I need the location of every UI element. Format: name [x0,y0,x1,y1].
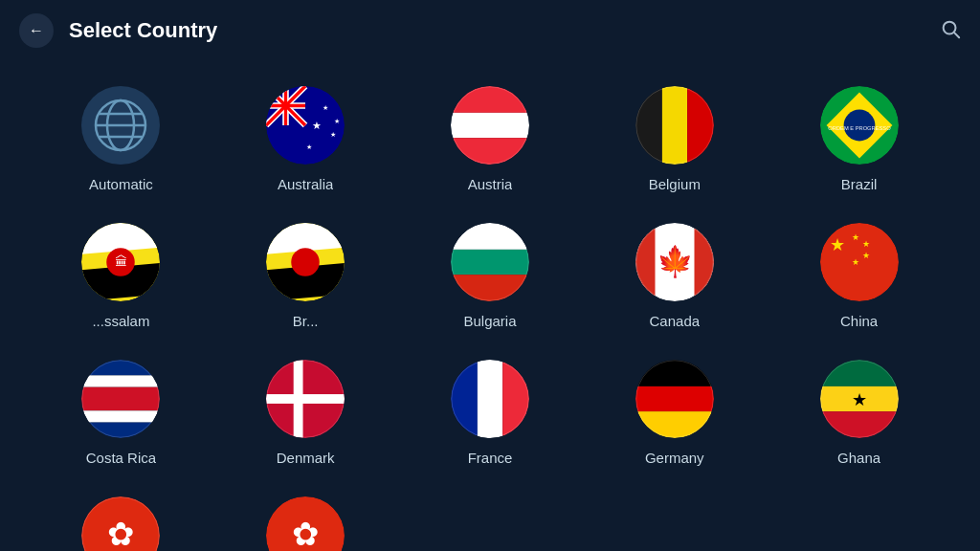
svg-text:🍁: 🍁 [656,244,693,279]
svg-text:★: ★ [312,120,322,131]
country-item-hongkong2[interactable]: ✿ Hon... [213,481,398,551]
svg-rect-24 [451,113,529,138]
country-item-brazil[interactable]: ORDEM E PROGRESSO Brazil [767,71,951,208]
country-item-austria[interactable]: Austria [398,71,583,208]
country-name-australia: Australia [278,176,333,192]
svg-text:★: ★ [861,239,869,249]
svg-rect-70 [81,410,160,422]
flag-belgium [635,86,714,165]
flag-brazil: ORDEM E PROGRESSO [820,86,899,165]
svg-text:ORDEM E PROGRESSO: ORDEM E PROGRESSO [828,125,891,131]
country-name-ghana: Ghana [837,450,880,466]
country-name-brazil: Brazil [841,176,878,192]
flag-germany [635,360,714,438]
country-name-denmark: Denmark [277,450,335,466]
flag-hongkong2: ✿ [266,496,345,551]
flag-denmark [266,360,345,438]
country-item-costarica[interactable]: Costa Rica [29,344,213,481]
country-name-france: France [468,450,513,466]
search-icon[interactable] [940,18,961,44]
svg-point-47 [291,248,320,276]
globe-icon [81,86,160,165]
country-item-brunei[interactable]: 🏛 ...ssalam [29,208,213,344]
country-item-belgium[interactable]: Belgium [582,71,767,208]
flag-bulgaria [451,223,529,301]
svg-text:★: ★ [861,251,869,260]
country-name-canada: Canada [650,313,701,329]
flag-canada: 🍁 [635,223,714,301]
svg-text:★: ★ [851,257,858,267]
svg-rect-81 [502,360,529,438]
country-item-ghana[interactable]: ★ Ghana [767,344,951,481]
svg-rect-55 [635,223,656,301]
flag-australia: ★ ★ ★ ★ ★ [266,86,345,165]
svg-rect-91 [820,411,899,438]
country-item-france[interactable]: France [398,344,583,481]
flag-brunei: 🏛 [81,223,160,301]
flag-austria [451,86,529,165]
header: ← Select Country [0,0,980,61]
country-name-china: China [840,313,878,329]
flag-hongkong: ✿ [81,496,160,551]
svg-rect-28 [635,86,662,165]
country-name-automatic: Automatic [89,176,153,192]
svg-rect-49 [451,223,529,250]
country-grid: Automatic ★ ★ ★ ★ ★ [0,61,980,551]
country-item-canada[interactable]: 🍁 Canada [582,208,767,344]
svg-rect-29 [662,86,687,165]
svg-text:★: ★ [330,131,336,138]
svg-rect-69 [81,387,160,411]
svg-rect-25 [451,138,529,165]
country-name-bulgaria: Bulgaria [463,313,516,329]
country-item-hongkong[interactable]: ✿ ...SAR) [29,481,213,551]
svg-text:★: ★ [334,118,340,124]
svg-rect-80 [478,360,502,438]
country-item-bulgaria[interactable]: Bulgaria [398,208,583,344]
svg-text:★: ★ [306,143,312,150]
flag-costarica [81,360,160,438]
country-item-china[interactable]: ★ ★ ★ ★ ★ China [767,208,951,344]
svg-line-1 [954,33,959,37]
svg-rect-79 [451,360,478,438]
country-name-brunei-ssalam: ...ssalam [92,313,149,329]
svg-rect-30 [687,86,714,165]
country-item-automatic[interactable]: Automatic [29,71,213,208]
svg-text:★: ★ [851,232,858,242]
country-name-costarica: Costa Rica [86,450,156,466]
svg-text:✿: ✿ [107,516,134,551]
back-button[interactable]: ← [19,13,54,48]
svg-text:★: ★ [830,235,845,254]
svg-rect-85 [635,386,714,411]
flag-france [451,360,529,438]
svg-rect-71 [81,423,160,438]
country-item-germany[interactable]: Germany [582,344,767,481]
svg-text:🏛: 🏛 [115,254,127,269]
country-name-belgium: Belgium [649,176,701,192]
flag-china: ★ ★ ★ ★ ★ [820,223,899,301]
svg-text:★: ★ [852,390,867,409]
svg-rect-56 [694,223,714,301]
svg-rect-50 [451,250,529,275]
country-name-germany: Germany [645,450,704,466]
country-name-austria: Austria [468,176,513,192]
svg-text:★: ★ [323,104,328,111]
svg-rect-76 [266,394,345,404]
svg-rect-86 [635,411,714,438]
country-item-brunei2[interactable]: Br... [213,208,398,344]
flag-brunei2 [266,223,345,301]
svg-rect-68 [81,375,160,386]
header-left: ← Select Country [19,13,217,48]
country-name-brunei2: Br... [293,313,319,329]
svg-rect-84 [635,360,714,386]
country-item-australia[interactable]: ★ ★ ★ ★ ★ Australia [213,71,398,208]
svg-rect-89 [820,360,899,386]
country-item-denmark[interactable]: Denmark [213,344,398,481]
flag-ghana: ★ [820,360,899,438]
svg-rect-67 [81,360,160,375]
page-title: Select Country [69,18,217,43]
svg-rect-51 [451,275,529,301]
svg-rect-23 [451,86,529,113]
svg-text:✿: ✿ [292,516,319,551]
